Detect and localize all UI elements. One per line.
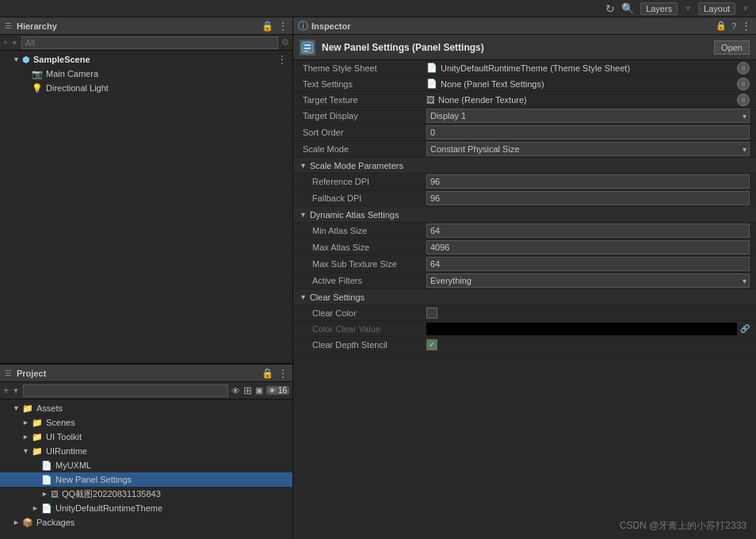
- tree-label-assets: Assets: [36, 403, 63, 413]
- search-icon[interactable]: 🔍: [621, 2, 634, 14]
- inspector-help-icon[interactable]: ?: [731, 21, 736, 31]
- clear-color-label: Clear Color: [300, 308, 426, 318]
- clear-depth-stencil-value: ✓: [426, 339, 750, 350]
- hierarchy-options-icon[interactable]: ⚙: [281, 37, 289, 48]
- inspector-title: Inspector: [311, 21, 712, 31]
- color-clear-value-field: 🔗: [426, 323, 750, 335]
- tree-item-my-uxml[interactable]: 📄 MyUXML: [0, 458, 292, 472]
- project-search-input[interactable]: [23, 384, 229, 397]
- svg-rect-2: [304, 48, 311, 49]
- inspector-more-icon[interactable]: ⋮: [741, 20, 751, 32]
- open-button[interactable]: Open: [714, 40, 750, 55]
- inspector-header: ⓘ Inspector 🔒 ? ⋮: [293, 17, 756, 35]
- project-add-icon[interactable]: +: [3, 384, 10, 396]
- dynamic-atlas-title: Dynamic Atlas Settings: [310, 210, 399, 220]
- tree-item-ui-runtime[interactable]: ▼ 📁 UIRuntime: [0, 444, 292, 458]
- active-filters-select[interactable]: Everything: [426, 273, 750, 288]
- color-clear-value-swatch[interactable]: [426, 323, 737, 335]
- tree-item-new-panel-settings[interactable]: 📄 New Panel Settings: [0, 472, 292, 487]
- text-settings-value: 📄 None (Panel Text Settings) ○: [426, 78, 750, 90]
- target-texture-label: Target Texture: [300, 95, 426, 105]
- prop-target-texture: Target Texture 🖼 None (Render Texture) ○: [293, 92, 756, 108]
- hierarchy-add-icon[interactable]: +: [3, 38, 8, 47]
- active-filters-select-wrapper: Everything: [426, 273, 750, 288]
- prop-target-display: Target Display Display 1: [293, 108, 756, 124]
- hierarchy-add-arrow[interactable]: ▼: [11, 39, 18, 47]
- tree-item-main-camera[interactable]: 📷 Main Camera: [0, 67, 292, 81]
- dynamic-atlas-section[interactable]: ▼ Dynamic Atlas Settings: [293, 207, 756, 223]
- project-grid-icon[interactable]: ▣: [255, 385, 263, 396]
- my-uxml-icon: 📄: [41, 461, 52, 471]
- tree-item-packages[interactable]: ► 📦 Packages: [0, 515, 292, 529]
- inspector-lock-icon[interactable]: 🔒: [716, 21, 727, 31]
- fallback-dpi-label: Fallback DPI: [300, 193, 426, 203]
- active-filters-label: Active Filters: [300, 276, 426, 285]
- packages-icon: 📦: [22, 518, 33, 528]
- tree-item-unity-theme[interactable]: ► 📄 UnityDefaultRuntimeTheme: [0, 501, 292, 515]
- sort-order-input[interactable]: [426, 125, 750, 140]
- project-filter-icon[interactable]: ⊞: [243, 384, 252, 396]
- target-texture-value: 🖼 None (Render Texture) ○: [426, 94, 750, 106]
- clear-settings-section[interactable]: ▼ Clear Settings: [293, 289, 756, 305]
- project-eye-icon[interactable]: 👁: [231, 386, 240, 396]
- project-add-arrow[interactable]: ▼: [13, 387, 20, 395]
- project-panel: ☰ Project 🔒 ⋮ + ▼ 👁 ⊞ ▣ 👁 16: [0, 365, 292, 539]
- theme-style-sheet-select-btn[interactable]: ○: [737, 62, 750, 75]
- tree-arrow-ui-runtime: ▼: [22, 447, 32, 455]
- layers-dropdown[interactable]: Layers: [640, 2, 678, 15]
- inspector-content: Theme Style Sheet 📄 UnityDefaultRuntimeT…: [293, 60, 756, 539]
- tree-item-sample-scene[interactable]: ▼ ⬢ SampleScene ⋮: [0, 52, 292, 67]
- undo-icon[interactable]: ↻: [605, 2, 615, 15]
- tree-label-my-uxml: MyUXML: [55, 461, 91, 470]
- prop-clear-depth-stencil: Clear Depth Stencil ✓: [293, 337, 756, 353]
- tree-item-qq-img[interactable]: ► 🖼 QQ截图20220831135843: [0, 487, 292, 501]
- hierarchy-header: ☰ Hierarchy 🔒 ⋮: [0, 17, 292, 35]
- theme-style-sheet-text: UnityDefaultRuntimeTheme (Theme Style Sh…: [441, 63, 630, 73]
- min-atlas-size-input[interactable]: [426, 224, 750, 238]
- color-picker-link-icon[interactable]: 🔗: [740, 324, 750, 333]
- tree-label-sample-scene: SampleScene: [33, 55, 90, 64]
- target-display-select[interactable]: Display 1: [426, 109, 750, 123]
- max-atlas-size-input[interactable]: [426, 240, 750, 254]
- tree-item-scenes[interactable]: ► 📁 Scenes: [0, 415, 292, 430]
- project-lock-icon[interactable]: 🔒: [262, 368, 273, 379]
- project-badge: 👁 16: [266, 386, 289, 395]
- tree-label-ui-runtime: UIRuntime: [46, 446, 87, 456]
- scene-kebab-icon[interactable]: ⋮: [277, 53, 292, 66]
- left-panel: ☰ Hierarchy 🔒 ⋮ + ▼ ⚙ ▼ ⬢ SampleScene ⋮: [0, 17, 293, 539]
- scene-icon: ⬢: [22, 55, 30, 65]
- clear-color-checkbox[interactable]: [426, 308, 437, 319]
- tree-item-directional-light[interactable]: 💡 Directional Light: [0, 81, 292, 95]
- reference-dpi-input[interactable]: [426, 174, 750, 189]
- clear-color-value: [426, 308, 750, 319]
- scale-mode-params-section[interactable]: ▼ Scale Mode Parameters: [293, 158, 756, 174]
- max-sub-texture-input[interactable]: [426, 257, 750, 271]
- hierarchy-search-input[interactable]: [21, 36, 278, 49]
- fallback-dpi-input[interactable]: [426, 191, 750, 205]
- max-sub-texture-label: Max Sub Texture Size: [300, 259, 426, 269]
- clear-depth-stencil-checkbox[interactable]: ✓: [426, 339, 437, 350]
- target-display-label: Target Display: [300, 111, 426, 120]
- color-clear-value-label: Color Clear Value: [300, 324, 426, 334]
- tree-item-assets[interactable]: ▼ 📁 Assets: [0, 401, 292, 415]
- scale-mode-value: Constant Physical Size: [426, 142, 750, 156]
- text-settings-select-btn[interactable]: ○: [737, 78, 750, 90]
- top-bar: ↻ 🔍 Layers ▼ Layout ▼: [0, 0, 756, 17]
- scale-mode-select[interactable]: Constant Physical Size: [426, 142, 750, 156]
- tree-arrow-sample-scene: ▼: [13, 55, 22, 63]
- panel-settings-icon: 📄: [41, 475, 52, 485]
- text-settings-asset: 📄 None (Panel Text Settings): [426, 78, 734, 89]
- tree-label-new-panel-settings: New Panel Settings: [55, 475, 132, 484]
- prop-fallback-dpi: Fallback DPI: [293, 190, 756, 207]
- tree-label-qq-img: QQ截图20220831135843: [62, 488, 161, 500]
- fallback-dpi-value: [426, 191, 750, 205]
- project-more-icon[interactable]: ⋮: [278, 368, 288, 379]
- prop-min-atlas-size: Min Atlas Size: [293, 223, 756, 239]
- hierarchy-lock-icon[interactable]: 🔒: [262, 21, 273, 32]
- component-title: New Panel Settings (Panel Settings): [322, 42, 708, 53]
- tree-item-ui-toolkit[interactable]: ► 📁 UI Toolkit: [0, 430, 292, 444]
- scale-mode-params-arrow: ▼: [300, 162, 307, 170]
- layout-dropdown[interactable]: Layout: [698, 2, 735, 15]
- hierarchy-more-icon[interactable]: ⋮: [278, 21, 288, 32]
- target-texture-select-btn[interactable]: ○: [737, 94, 750, 106]
